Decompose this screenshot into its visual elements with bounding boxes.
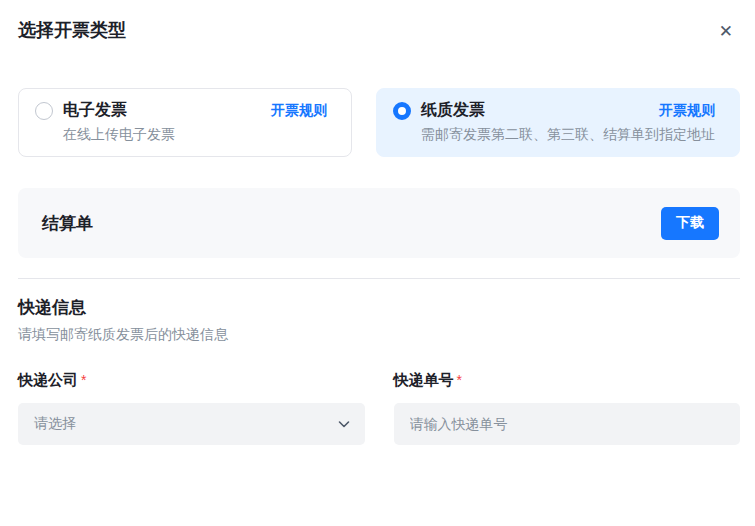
invoice-type-description: 需邮寄发票第二联、第三联、结算单到指定地址 xyxy=(421,126,715,144)
section-divider xyxy=(18,278,740,279)
close-icon: ✕ xyxy=(719,22,733,41)
express-company-label: 快递公司 xyxy=(18,371,78,388)
tracking-number-group: 快递单号* xyxy=(394,371,741,445)
dialog-header: 选择开票类型 ✕ xyxy=(0,0,755,42)
express-form-row: 快递公司* 请选择 快递单号* xyxy=(18,371,740,445)
invoice-type-card-electronic[interactable]: 电子发票 开票规则 在线上传电子发票 xyxy=(18,88,352,157)
dialog-title: 选择开票类型 xyxy=(18,19,126,42)
invoice-type-options: 电子发票 开票规则 在线上传电子发票 纸质发票 开票规则 需邮寄发票第二联、第三… xyxy=(18,88,740,157)
express-info-section: 快递信息 请填写邮寄纸质发票后的快递信息 快递公司* 请选择 快递单号* xyxy=(18,296,740,445)
express-company-select[interactable]: 请选择 xyxy=(18,403,365,445)
close-button[interactable]: ✕ xyxy=(715,21,737,42)
download-button[interactable]: 下载 xyxy=(661,207,719,240)
card-top-row: 电子发票 开票规则 xyxy=(35,100,327,121)
select-placeholder: 请选择 xyxy=(34,415,76,433)
chevron-down-icon xyxy=(337,417,351,431)
settlement-title: 结算单 xyxy=(42,212,93,235)
invoice-type-label: 纸质发票 xyxy=(421,100,485,121)
tracking-number-label: 快递单号 xyxy=(394,371,454,388)
card-top-row: 纸质发票 开票规则 xyxy=(393,100,715,121)
required-asterisk: * xyxy=(457,372,462,388)
tracking-number-input[interactable] xyxy=(394,403,741,445)
required-asterisk: * xyxy=(81,372,86,388)
express-section-subtitle: 请填写邮寄纸质发票后的快递信息 xyxy=(18,326,740,344)
settlement-statement-bar: 结算单 下载 xyxy=(18,188,740,258)
radio-unselected-icon[interactable] xyxy=(35,102,53,120)
invoice-type-card-paper[interactable]: 纸质发票 开票规则 需邮寄发票第二联、第三联、结算单到指定地址 xyxy=(376,88,740,157)
express-section-title: 快递信息 xyxy=(18,296,740,319)
invoice-rules-link-electronic[interactable]: 开票规则 xyxy=(271,102,327,120)
invoice-type-description: 在线上传电子发票 xyxy=(63,126,327,144)
invoice-rules-link-paper[interactable]: 开票规则 xyxy=(659,102,715,120)
invoice-type-label: 电子发票 xyxy=(63,100,127,121)
express-company-group: 快递公司* 请选择 xyxy=(18,371,365,445)
radio-selected-icon[interactable] xyxy=(393,102,411,120)
